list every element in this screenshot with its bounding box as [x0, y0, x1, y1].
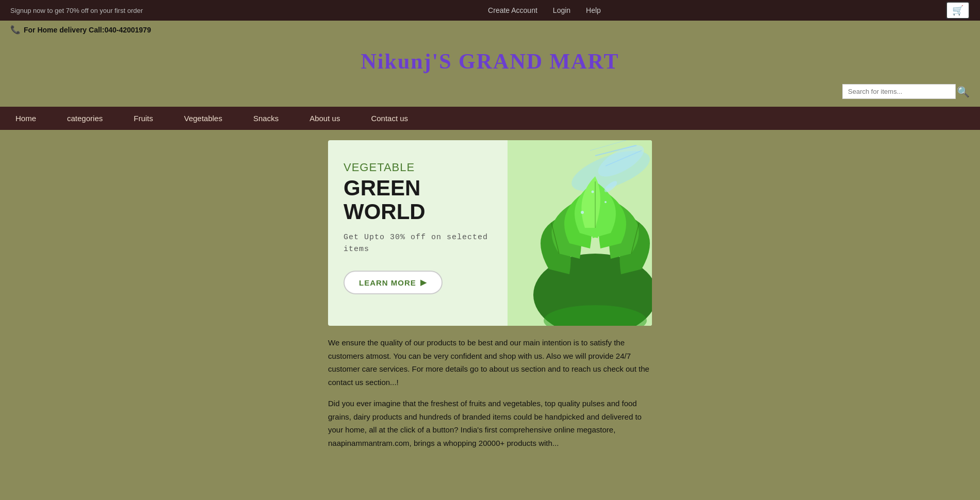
nav-item-vegetables[interactable]: Vegetables: [169, 107, 238, 130]
cart-button[interactable]: 🛒: [946, 2, 970, 19]
logo-area: Nikunj'S GRAND MART: [0, 39, 980, 79]
description-section: We ensure the quality of our products to…: [328, 326, 652, 468]
nav-item-snacks[interactable]: Snacks: [238, 107, 294, 130]
login-link[interactable]: Login: [553, 6, 570, 14]
description-para1: We ensure the quality of our products to…: [328, 336, 652, 389]
top-nav-links: Create Account Login Help: [488, 6, 601, 14]
description-para2: Did you ever imagine that the freshest o…: [328, 397, 652, 449]
svg-point-11: [605, 201, 607, 203]
search-wrapper: 🔍: [842, 84, 970, 99]
banner-image: [508, 140, 652, 326]
signup-text: Signup now to get 70% off on your first …: [10, 7, 143, 14]
svg-point-12: [592, 191, 594, 193]
nav-item-about[interactable]: About us: [294, 107, 355, 130]
learn-more-button[interactable]: LEARN MORE ▶: [344, 271, 443, 294]
search-button[interactable]: 🔍: [957, 86, 970, 98]
nav-item-home[interactable]: Home: [0, 107, 52, 130]
create-account-link[interactable]: Create Account: [488, 6, 537, 14]
site-title: Nikunj'S GRAND MART: [0, 49, 980, 74]
search-input[interactable]: [842, 84, 956, 99]
main-content: VEGETABLE GREEN WORLD Get Upto 30% off o…: [0, 130, 980, 478]
nav-bar: Home categories Fruits Vegetables Snacks…: [0, 107, 980, 130]
phone-bar: 📞 For Home delivery Call:040-42001979: [0, 21, 980, 39]
svg-point-10: [581, 211, 584, 214]
nav-item-contact[interactable]: Contact us: [355, 107, 423, 130]
phone-icon: 📞: [10, 25, 21, 35]
hero-banner: VEGETABLE GREEN WORLD Get Upto 30% off o…: [328, 140, 652, 326]
search-area: 🔍: [0, 79, 980, 107]
banner-discount: Get Upto 30% off on selecteditems: [344, 232, 492, 255]
learn-more-label: LEARN MORE: [359, 278, 416, 287]
top-bar: Signup now to get 70% off on your first …: [0, 0, 980, 21]
nav-item-categories[interactable]: categories: [52, 107, 118, 130]
phone-text: For Home delivery Call:040-42001979: [24, 26, 151, 34]
banner-tag: VEGETABLE: [344, 161, 492, 174]
nav-item-fruits[interactable]: Fruits: [118, 107, 169, 130]
help-link[interactable]: Help: [586, 6, 601, 14]
content-wrapper: VEGETABLE GREEN WORLD Get Upto 30% off o…: [328, 140, 652, 468]
banner-headline: GREEN WORLD: [344, 176, 492, 224]
arrow-icon: ▶: [420, 278, 427, 287]
banner-text: VEGETABLE GREEN WORLD Get Upto 30% off o…: [328, 140, 508, 315]
